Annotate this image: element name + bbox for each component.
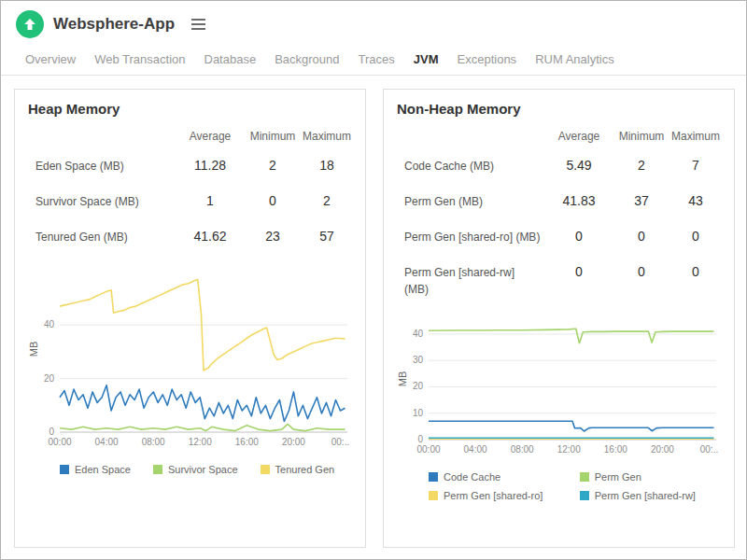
metric-label: Tenured Gen (MB): [28, 219, 176, 255]
svg-text:20: 20: [44, 373, 55, 384]
tab-background[interactable]: Background: [265, 44, 348, 75]
column-header-maximum: Maximum: [670, 124, 721, 148]
tab-exceptions[interactable]: Exceptions: [448, 44, 527, 75]
svg-text:00:00: 00:00: [416, 444, 440, 455]
non-heap-memory-chart: 01020304000:0004:0008:0012:0016:0020:000…: [397, 311, 722, 460]
heap-memory-panel: Heap Memory Average Minimum Maximum Eden…: [14, 89, 366, 548]
tab-web-transaction[interactable]: Web Transaction: [85, 44, 194, 75]
metric-value: 5.49: [545, 148, 613, 182]
metric-label: Perm Gen [shared-rw] (MB): [397, 255, 545, 307]
non-heap-memory-panel: Non-Heap Memory Average Minimum Maximum …: [383, 89, 735, 548]
metric-value: 11.28: [176, 148, 244, 182]
legend-item: Survivor Space: [153, 464, 238, 475]
svg-text:00:00: 00:00: [48, 437, 71, 447]
tab-database[interactable]: Database: [195, 44, 266, 75]
metric-value: 37: [613, 184, 670, 217]
svg-text:04:00: 04:00: [95, 437, 119, 447]
legend-label: Eden Space: [75, 464, 131, 475]
legend-swatch-icon: [429, 472, 438, 482]
metric-value: 2: [613, 148, 670, 182]
column-header-maximum: Maximum: [302, 124, 352, 148]
legend-swatch-icon: [60, 465, 69, 474]
svg-text:40: 40: [413, 329, 424, 339]
svg-text:20:00: 20:00: [282, 437, 305, 447]
svg-text:0: 0: [49, 427, 54, 437]
tab-jvm[interactable]: JVM: [404, 44, 448, 75]
metric-value: 23: [244, 219, 302, 253]
heap-memory-chart: 0204000:0004:0008:0012:0016:0020:0000:..…: [28, 259, 353, 453]
metric-value: 43: [670, 184, 721, 217]
spacer-cell: [397, 124, 545, 135]
svg-text:MB: MB: [28, 342, 39, 357]
legend-item: Perm Gen [shared-rw]: [580, 490, 709, 501]
svg-text:0: 0: [417, 434, 423, 444]
column-header-minimum: Minimum: [244, 124, 302, 148]
metric-value: 18: [302, 148, 352, 182]
svg-text:12:00: 12:00: [189, 437, 212, 447]
app-status-up-arrow-icon: [16, 10, 44, 38]
tab-rum-analytics[interactable]: RUM Analytics: [526, 44, 624, 75]
metric-value: 1: [176, 184, 244, 217]
svg-text:04:00: 04:00: [464, 444, 487, 455]
tab-overview[interactable]: Overview: [16, 44, 85, 75]
metric-value: 7: [670, 148, 721, 182]
non-heap-memory-table: Average Minimum Maximum Code Cache (MB) …: [397, 124, 721, 307]
legend-item: Perm Gen [shared-ro]: [429, 490, 557, 501]
svg-text:08:00: 08:00: [142, 437, 165, 447]
metric-value: 0: [670, 219, 721, 253]
panel-title: Heap Memory: [28, 101, 352, 117]
metric-label: Perm Gen [shared-ro] (MB): [397, 219, 545, 255]
metric-value: 41.83: [545, 184, 613, 217]
metric-label: Perm Gen (MB): [397, 184, 545, 219]
legend-item: Eden Space: [60, 464, 131, 475]
metric-label: Code Cache (MB): [397, 148, 545, 184]
metric-value: 2: [244, 148, 302, 182]
legend-item: Tenured Gen: [261, 464, 335, 475]
svg-text:30: 30: [413, 355, 424, 365]
svg-text:08:00: 08:00: [511, 444, 534, 455]
svg-text:16:00: 16:00: [235, 437, 259, 447]
metric-value: 57: [302, 219, 352, 253]
legend-item: Perm Gen: [580, 471, 709, 483]
svg-text:40: 40: [44, 319, 55, 329]
metric-value: 0: [613, 255, 670, 288]
svg-text:16:00: 16:00: [604, 444, 627, 455]
non-heap-memory-legend: Code CachePerm GenPerm Gen [shared-ro]Pe…: [397, 471, 721, 501]
legend-swatch-icon: [153, 465, 162, 474]
app-title: Websphere-App: [53, 15, 175, 34]
svg-text:10: 10: [413, 408, 424, 418]
app-header: Websphere-App: [1, 1, 746, 42]
column-header-minimum: Minimum: [613, 124, 670, 148]
metric-value: 0: [545, 219, 613, 253]
metric-value: 0: [545, 255, 613, 288]
column-header-average: Average: [176, 124, 244, 148]
metric-value: 2: [302, 184, 352, 217]
metric-label: Survivor Space (MB): [28, 184, 176, 219]
metric-value: 0: [244, 184, 302, 217]
svg-text:00:..: 00:..: [700, 444, 718, 455]
panel-title: Non-Heap Memory: [397, 101, 721, 117]
legend-swatch-icon: [580, 491, 589, 500]
legend-swatch-icon: [580, 472, 589, 482]
svg-text:20: 20: [413, 381, 424, 391]
legend-label: Code Cache: [444, 471, 500, 483]
metric-value: 0: [613, 219, 670, 253]
legend-label: Perm Gen: [595, 471, 641, 483]
svg-text:20:00: 20:00: [651, 444, 674, 455]
spacer-cell: [28, 124, 176, 135]
metric-value: 0: [670, 255, 721, 288]
dashboard-content: Heap Memory Average Minimum Maximum Eden…: [1, 76, 746, 560]
metric-value: 41.62: [176, 219, 244, 253]
column-header-average: Average: [545, 124, 613, 148]
tab-traces[interactable]: Traces: [349, 44, 404, 75]
svg-text:12:00: 12:00: [557, 444, 581, 455]
legend-swatch-icon: [429, 491, 438, 500]
tab-bar: Overview Web Transaction Database Backgr…: [1, 42, 746, 76]
legend-label: Perm Gen [shared-ro]: [444, 490, 543, 501]
legend-label: Tenured Gen: [275, 464, 335, 475]
app-window: Websphere-App Overview Web Transaction D…: [0, 0, 747, 560]
legend-item: Code Cache: [429, 471, 557, 483]
legend-label: Perm Gen [shared-rw]: [595, 490, 696, 501]
svg-text:MB: MB: [397, 371, 408, 387]
hamburger-menu-icon[interactable]: [191, 16, 205, 33]
